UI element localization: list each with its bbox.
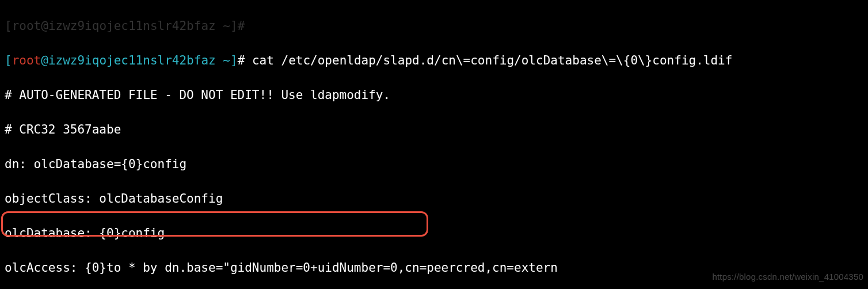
prompt-dir: ~ [216,19,230,33]
bracket-close: ] [230,19,238,33]
output-line: # AUTO-GENERATED FILE - DO NOT EDIT!! Us… [5,86,863,104]
prompt-host: izwz9iqojec11nslr42bfaz [48,54,216,67]
prompt-line: [root@izwz9iqojec11nslr42bfaz ~]# cat /e… [5,52,863,69]
output-line: # CRC32 3567aabe [5,121,863,138]
prompt-user: root [12,19,41,33]
prompt-user: root [12,54,41,67]
output-line: objectClass: olcDatabaseConfig [5,190,863,207]
output-line: dn: olcDatabase={0}config [5,155,863,173]
bracket-close: ] [230,54,238,67]
prompt-dir: ~ [216,54,230,67]
prompt-hash: # [238,19,245,33]
command-text: cat /etc/openldap/slapd.d/cn\=config/olc… [252,54,732,67]
prompt-line-partial: [root@izwz9iqojec11nslr42bfaz ~]# [5,17,863,35]
bracket-open: [ [5,19,12,33]
prompt-at: @ [41,54,48,67]
output-line: olcDatabase: {0}config [5,225,863,242]
bracket-open: [ [5,54,12,67]
prompt-at: @ [41,19,48,33]
watermark-text: https://blog.csdn.net/weixin_41004350 [712,268,863,286]
terminal-output[interactable]: [root@izwz9iqojec11nslr42bfaz ~]# [root@… [0,0,868,289]
prompt-host: izwz9iqojec11nslr42bfaz [48,19,216,33]
prompt-hash: # [238,54,252,67]
